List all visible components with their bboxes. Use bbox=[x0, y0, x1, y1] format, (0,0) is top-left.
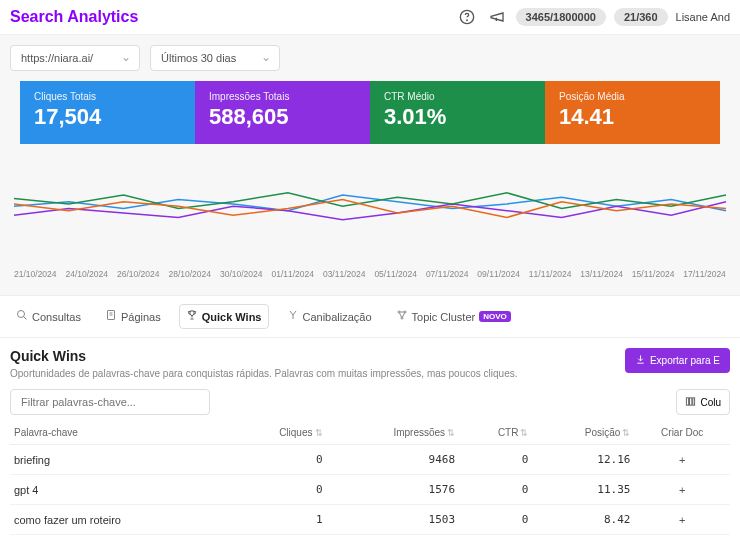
usage-counter-1: 3465/1800000 bbox=[516, 8, 606, 26]
page-title: Search Analytics bbox=[10, 8, 138, 26]
export-label: Exportar para E bbox=[650, 355, 720, 366]
usage-counter-2: 21/360 bbox=[614, 8, 668, 26]
sort-icon: ⇅ bbox=[315, 428, 323, 438]
x-tick: 21/10/2024 bbox=[14, 269, 57, 279]
columns-icon bbox=[685, 396, 696, 409]
metric-label: CTR Médio bbox=[384, 91, 531, 102]
cell-impressions: 1576 bbox=[327, 475, 460, 505]
cell-keyword: briefing bbox=[10, 445, 229, 475]
metrics-row: Cliques Totais 17,504 Impressões Totais … bbox=[20, 81, 720, 144]
create-doc-button[interactable]: + bbox=[634, 445, 730, 475]
section-title: Quick Wins bbox=[10, 348, 517, 364]
sort-icon: ⇅ bbox=[447, 428, 455, 438]
tab-label: Topic Cluster bbox=[412, 311, 476, 323]
svg-rect-8 bbox=[690, 397, 692, 404]
export-button[interactable]: Exportar para E bbox=[625, 348, 730, 373]
cell-clicks: 0 bbox=[229, 475, 327, 505]
download-icon bbox=[635, 354, 646, 367]
metric-label: Posição Média bbox=[559, 91, 706, 102]
columns-label: Colu bbox=[700, 397, 721, 408]
metric-value: 17,504 bbox=[34, 104, 181, 130]
trophy-icon bbox=[186, 309, 198, 324]
svg-point-6 bbox=[401, 317, 403, 319]
tab-label: Páginas bbox=[121, 311, 161, 323]
cell-position: 11.35 bbox=[532, 475, 634, 505]
x-tick: 11/11/2024 bbox=[529, 269, 572, 279]
col-ctr[interactable]: CTR⇅ bbox=[459, 421, 532, 445]
cell-clicks: 2 bbox=[229, 535, 327, 541]
cell-keyword: como fazer um roteiro bbox=[10, 505, 229, 535]
announce-icon[interactable] bbox=[486, 6, 508, 28]
user-name[interactable]: Lisane And bbox=[676, 11, 730, 23]
search-icon bbox=[16, 309, 28, 324]
x-tick: 09/11/2024 bbox=[477, 269, 520, 279]
cell-ctr: 0 bbox=[459, 535, 532, 541]
col-create: Criar Doc bbox=[634, 421, 730, 445]
chart-x-axis: 21/10/202424/10/202426/10/202428/10/2024… bbox=[10, 267, 730, 289]
x-tick: 15/11/2024 bbox=[632, 269, 675, 279]
create-doc-button[interactable]: + bbox=[634, 505, 730, 535]
col-position[interactable]: Posição⇅ bbox=[532, 421, 634, 445]
metric-value: 3.01% bbox=[384, 104, 531, 130]
cell-position: 8.42 bbox=[532, 505, 634, 535]
tab-label: Quick Wins bbox=[202, 311, 262, 323]
svg-point-2 bbox=[18, 311, 25, 318]
tab-topiccluster[interactable]: Topic Cluster NOVO bbox=[390, 305, 517, 328]
tab-quickwins[interactable]: Quick Wins bbox=[179, 304, 269, 329]
cell-clicks: 0 bbox=[229, 445, 327, 475]
x-tick: 07/11/2024 bbox=[426, 269, 469, 279]
split-icon bbox=[287, 309, 299, 324]
table-row[interactable]: detector de ia texto21071010.22+ bbox=[10, 535, 730, 541]
keyword-filter-input[interactable] bbox=[10, 389, 210, 415]
metric-label: Cliques Totais bbox=[34, 91, 181, 102]
x-tick: 30/10/2024 bbox=[220, 269, 263, 279]
table-row[interactable]: gpt 401576011.35+ bbox=[10, 475, 730, 505]
tab-label: Canibalização bbox=[303, 311, 372, 323]
metric-label: Impressões Totais bbox=[209, 91, 356, 102]
metric-ctr[interactable]: CTR Médio 3.01% bbox=[370, 81, 545, 144]
tab-consultas[interactable]: Consultas bbox=[10, 305, 87, 328]
x-tick: 05/11/2024 bbox=[374, 269, 417, 279]
x-tick: 28/10/2024 bbox=[168, 269, 211, 279]
x-tick: 26/10/2024 bbox=[117, 269, 160, 279]
cell-impressions: 1503 bbox=[327, 505, 460, 535]
create-doc-button[interactable]: + bbox=[634, 475, 730, 505]
page-icon bbox=[105, 309, 117, 324]
sort-icon: ⇅ bbox=[520, 428, 528, 438]
table-row[interactable]: como fazer um roteiro1150308.42+ bbox=[10, 505, 730, 535]
metric-position[interactable]: Posição Média 14.41 bbox=[545, 81, 720, 144]
cell-ctr: 0 bbox=[459, 445, 532, 475]
x-tick: 01/11/2024 bbox=[271, 269, 314, 279]
metric-clicks[interactable]: Cliques Totais 17,504 bbox=[20, 81, 195, 144]
period-select[interactable]: Últimos 30 dias bbox=[150, 45, 280, 71]
table-row[interactable]: briefing09468012.16+ bbox=[10, 445, 730, 475]
cell-keyword: detector de ia texto bbox=[10, 535, 229, 541]
tab-canibalizacao[interactable]: Canibalização bbox=[281, 305, 378, 328]
cluster-icon bbox=[396, 309, 408, 324]
metric-value: 588,605 bbox=[209, 104, 356, 130]
cell-ctr: 0 bbox=[459, 505, 532, 535]
help-icon[interactable] bbox=[456, 6, 478, 28]
cell-position: 10.22 bbox=[532, 535, 634, 541]
col-clicks[interactable]: Cliques⇅ bbox=[229, 421, 327, 445]
sort-icon: ⇅ bbox=[622, 428, 630, 438]
cell-clicks: 1 bbox=[229, 505, 327, 535]
cell-ctr: 0 bbox=[459, 475, 532, 505]
x-tick: 17/11/2024 bbox=[683, 269, 726, 279]
svg-point-4 bbox=[398, 311, 400, 313]
cell-keyword: gpt 4 bbox=[10, 475, 229, 505]
quickwins-table: Palavra-chave Cliques⇅ Impressões⇅ CTR⇅ … bbox=[10, 421, 730, 540]
svg-point-5 bbox=[404, 311, 406, 313]
cell-impressions: 9468 bbox=[327, 445, 460, 475]
site-select[interactable]: https://niara.ai/ bbox=[10, 45, 140, 71]
col-keyword[interactable]: Palavra-chave bbox=[10, 421, 229, 445]
tab-label: Consultas bbox=[32, 311, 81, 323]
tab-paginas[interactable]: Páginas bbox=[99, 305, 167, 328]
svg-rect-7 bbox=[687, 397, 689, 404]
x-tick: 24/10/2024 bbox=[65, 269, 108, 279]
cell-impressions: 1071 bbox=[327, 535, 460, 541]
col-impressions[interactable]: Impressões⇅ bbox=[327, 421, 460, 445]
columns-button[interactable]: Colu bbox=[676, 389, 730, 415]
metric-impressions[interactable]: Impressões Totais 588,605 bbox=[195, 81, 370, 144]
create-doc-button[interactable]: + bbox=[634, 535, 730, 541]
